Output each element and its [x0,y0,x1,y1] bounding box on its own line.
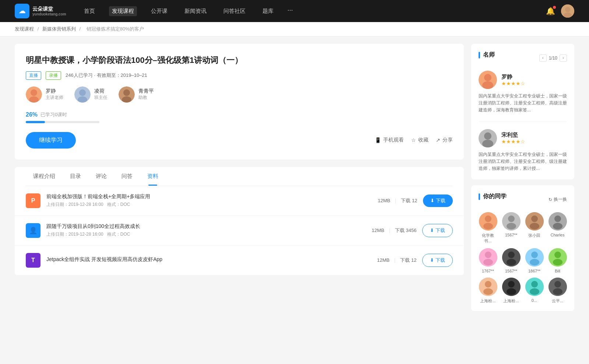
classmate-5-avatar [502,248,521,267]
classmate-8[interactable]: 上海粉... [479,278,497,304]
user-avatar[interactable] [561,4,574,18]
classmate-7[interactable]: Bill [548,248,567,273]
refresh-button[interactable]: ↻ 换一换 [549,196,567,203]
svg-point-17 [482,140,493,147]
classmate-0-avatar [479,212,497,231]
download-button-1[interactable]: ⬇ 下载 [422,224,453,237]
svg-point-52 [554,281,561,288]
sidebar-teacher-1-avatar[interactable] [479,129,497,147]
collect-button[interactable]: ☆ 收藏 [411,137,428,143]
next-page-btn[interactable]: › [560,54,567,62]
teachers-sidebar-header: 名师 ‹ 1/10 › [479,51,567,65]
svg-point-28 [554,215,561,222]
progress-bar [26,121,45,123]
classmate-7-avatar [549,248,567,267]
classmate-2-name: 张小田 [528,233,540,238]
classmate-5[interactable]: 1567** [502,248,521,273]
resource-title-1: 跟随千万级项目从0到100全过程高效成长 [46,223,366,230]
logo-text: 云朵课堂 [32,6,66,12]
progress-percent: 26% [26,111,38,118]
svg-point-40 [554,251,561,258]
mobile-watch-button[interactable]: 📱 手机观看 [375,137,404,143]
tab-intro[interactable]: 课程介绍 [26,167,63,186]
download-button-0[interactable]: ⬇ 下载 [423,195,453,207]
logo[interactable]: ☁ 云朵课堂 yunduoketang.com [15,4,66,18]
breadcrumb-discover[interactable]: 发现课程 [15,26,34,32]
refresh-icon: ↻ [549,197,552,202]
progress-text: 已学习0课时 [40,111,67,118]
nav-item-news[interactable]: 新闻资讯 [181,6,209,16]
sidebar-teacher-1-name: 宋利坚 [501,132,525,139]
classmate-11[interactable]: 云平... [548,278,567,304]
classmate-1[interactable]: 1567** [502,212,521,244]
resource-icon-1: 👤 [26,223,40,238]
teacher-1: 罗静 主讲老师 [26,86,63,103]
classmates-header: 你的同学 ↻ 换一换 [479,193,567,206]
classmate-4[interactable]: 1767** [479,248,497,273]
sidebar-teacher-1: 宋利坚 ★★★★☆ 国内某重点大学安全工程专业硕士，国家一级注册消防工程师、注册… [479,129,567,172]
nav-item-discover[interactable]: 发现课程 [109,6,137,16]
sidebar-teacher-1-info: 宋利坚 ★★★★☆ [501,132,525,144]
nav-more[interactable]: ··· [288,6,293,16]
course-card: 明星中教授课，小学阶段语法100分–强化级第1讲动词（一） 直播 录播 246人… [15,44,464,160]
resource-meta-0: 上传日期：2019-12-28 16:00 格式：DOC [46,201,372,208]
svg-point-37 [531,251,538,258]
sidebar-teacher-0-avatar[interactable] [479,71,497,89]
resource-icon-0: P [26,193,40,208]
classmate-6-name: 1867** [528,269,540,273]
resource-info-1: 跟随千万级项目从0到100全过程高效成长 上传日期：2019-12-28 16:… [46,223,366,238]
nav-item-quiz[interactable]: 题库 [260,6,276,16]
tab-qa[interactable]: 问答 [114,167,140,186]
share-label: 分享 [442,137,453,143]
classmate-2[interactable]: 张小田 [525,212,544,244]
header-right: 🔔 [546,4,574,18]
bell-icon[interactable]: 🔔 [546,7,555,15]
logo-text-block: 云朵课堂 yunduoketang.com [32,6,66,16]
svg-point-34 [508,251,515,258]
tab-resource[interactable]: 资料 [140,167,166,186]
classmate-11-name: 云平... [552,298,563,304]
resource-info-0: 前端全栈加强版！前端全栈+全周期+多端应用 上传日期：2019-12-28 16… [46,193,372,208]
resource-stats-0: 12MB ｜ 下载 12 [378,197,417,204]
resource-meta-1: 上传日期：2019-12-28 16:00 格式：DOC [46,231,366,238]
resource-item-1: 👤 跟随千万级项目从0到100全过程高效成长 上传日期：2019-12-28 1… [15,216,464,246]
share-button[interactable]: ↗ 分享 [436,137,453,143]
classmate-11-avatar [549,278,567,296]
continue-button[interactable]: 继续学习 [26,132,76,149]
breadcrumb-series[interactable]: 新媒体营销系列 [42,26,76,32]
classmate-6[interactable]: 1867** [525,248,544,273]
svg-point-1 [565,7,570,12]
course-title: 明星中教授课，小学阶段语法100分–强化级第1讲动词（一） [26,55,453,66]
sidebar-teacher-0: 罗静 ★★★★☆ 国内某重点大学安全工程专业硕士，国家一级注册消防工程师、注册安… [479,71,567,122]
tabs-resources-section: 课程介绍 目录 评论 问答 资料 P 前端全栈加强版！前端全栈+全周期+多端应用… [15,167,464,275]
teacher-2-role: 班主任 [94,94,107,101]
svg-point-32 [483,259,493,265]
classmate-0-name: 化学教书... [479,233,497,244]
nav-item-qa[interactable]: 问答社区 [221,6,248,16]
nav-item-public[interactable]: 公开课 [148,6,170,16]
classmate-9-avatar [502,278,521,296]
classmate-0[interactable]: 化学教书... [479,212,497,244]
classmate-9[interactable]: 上海粉... [502,278,521,304]
teacher-2-avatar [74,86,91,103]
classmate-10[interactable]: 0... [525,278,544,304]
progress-label: 26% 已学习0课时 [26,111,453,118]
teacher-1-role: 主讲老师 [46,94,63,101]
teachers-pagination: ‹ 1/10 › [539,54,567,62]
teacher-2-info: 凌荷 班主任 [94,88,107,101]
svg-point-26 [530,223,539,229]
svg-point-47 [507,288,516,295]
svg-point-10 [123,89,130,96]
sidebar-teacher-0-header: 罗静 ★★★★☆ [479,71,567,89]
teachers: 罗静 主讲老师 凌荷 班主任 [26,86,453,103]
prev-page-btn[interactable]: ‹ [539,54,547,62]
course-actions: 继续学习 📱 手机观看 ☆ 收藏 ↗ 分享 [26,132,453,149]
classmate-10-avatar [525,278,544,296]
sidebar-teacher-1-desc: 国内某重点大学安全工程专业硕士，国家一级注册消防工程师、注册安全工程师、级注册建… [479,151,567,172]
download-button-2[interactable]: ⬇ 下载 [422,254,453,267]
resource-stats-2: 12MB ｜ 下载 12 [377,257,416,264]
tab-review[interactable]: 评论 [88,167,114,186]
tab-catalog[interactable]: 目录 [63,167,88,186]
nav-item-home[interactable]: 首页 [81,6,98,16]
classmate-3[interactable]: Charles [548,212,567,244]
